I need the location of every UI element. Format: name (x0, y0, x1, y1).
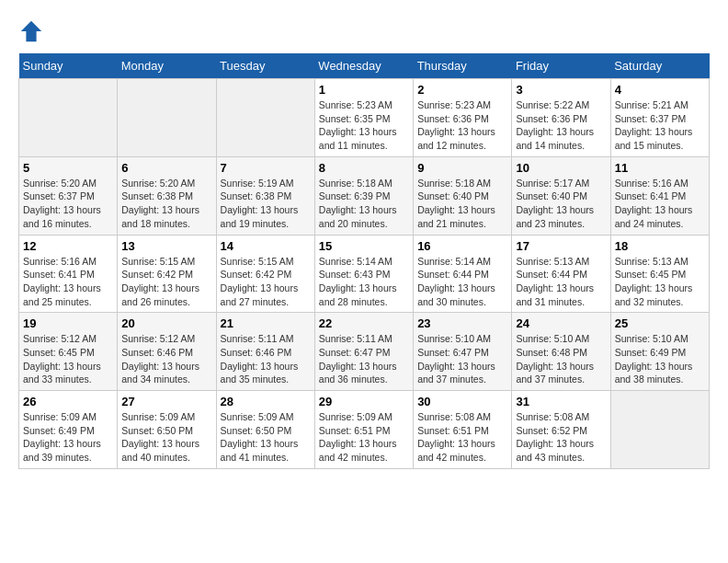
calendar-cell: 24Sunrise: 5:10 AM Sunset: 6:48 PM Dayli… (512, 313, 610, 391)
calendar-cell: 22Sunrise: 5:11 AM Sunset: 6:47 PM Dayli… (314, 313, 413, 391)
week-row-2: 12Sunrise: 5:16 AM Sunset: 6:41 PM Dayli… (19, 235, 710, 313)
day-number: 30 (417, 395, 507, 408)
calendar-cell: 25Sunrise: 5:10 AM Sunset: 6:49 PM Dayli… (610, 313, 709, 391)
day-number: 1 (319, 83, 409, 97)
week-row-1: 5Sunrise: 5:20 AM Sunset: 6:37 PM Daylig… (19, 156, 710, 235)
header-saturday: Saturday (610, 53, 709, 79)
calendar-cell: 12Sunrise: 5:16 AM Sunset: 6:41 PM Dayli… (19, 235, 118, 313)
day-info: Sunrise: 5:10 AM Sunset: 6:47 PM Dayligh… (417, 332, 507, 386)
day-info: Sunrise: 5:15 AM Sunset: 6:42 PM Dayligh… (121, 255, 211, 309)
calendar-cell: 15Sunrise: 5:14 AM Sunset: 6:43 PM Dayli… (314, 235, 413, 313)
day-number: 7 (221, 161, 311, 175)
calendar-cell: 17Sunrise: 5:13 AM Sunset: 6:44 PM Dayli… (512, 235, 610, 313)
day-number: 25 (615, 316, 705, 330)
day-info: Sunrise: 5:11 AM Sunset: 6:47 PM Dayligh… (319, 332, 409, 386)
calendar-cell: 20Sunrise: 5:12 AM Sunset: 6:46 PM Dayli… (118, 313, 216, 391)
day-info: Sunrise: 5:08 AM Sunset: 6:52 PM Dayligh… (516, 410, 606, 465)
day-number: 17 (516, 239, 606, 253)
logo-icon (18, 18, 44, 44)
calendar-cell: 11Sunrise: 5:16 AM Sunset: 6:41 PM Dayli… (610, 156, 709, 235)
day-info: Sunrise: 5:18 AM Sunset: 6:40 PM Dayligh… (417, 177, 507, 231)
day-info: Sunrise: 5:20 AM Sunset: 6:37 PM Dayligh… (23, 177, 113, 231)
day-info: Sunrise: 5:12 AM Sunset: 6:45 PM Dayligh… (23, 332, 113, 386)
calendar-cell (19, 79, 118, 157)
day-number: 5 (23, 161, 113, 175)
svg-marker-0 (21, 21, 41, 41)
calendar-cell: 14Sunrise: 5:15 AM Sunset: 6:42 PM Dayli… (216, 235, 314, 313)
day-info: Sunrise: 5:18 AM Sunset: 6:39 PM Dayligh… (319, 177, 409, 231)
day-info: Sunrise: 5:10 AM Sunset: 6:48 PM Dayligh… (516, 332, 606, 386)
day-info: Sunrise: 5:10 AM Sunset: 6:49 PM Dayligh… (615, 332, 705, 386)
calendar-cell: 31Sunrise: 5:08 AM Sunset: 6:52 PM Dayli… (512, 391, 610, 469)
day-number: 18 (615, 239, 705, 253)
calendar-cell: 4Sunrise: 5:21 AM Sunset: 6:37 PM Daylig… (610, 79, 709, 157)
day-number: 13 (121, 239, 211, 253)
header-wednesday: Wednesday (314, 53, 413, 79)
calendar-cell: 8Sunrise: 5:18 AM Sunset: 6:39 PM Daylig… (314, 156, 413, 235)
calendar-cell: 21Sunrise: 5:11 AM Sunset: 6:46 PM Dayli… (216, 313, 314, 391)
day-number: 9 (417, 161, 507, 175)
day-number: 28 (221, 395, 311, 408)
day-number: 15 (319, 239, 409, 253)
calendar-cell: 13Sunrise: 5:15 AM Sunset: 6:42 PM Dayli… (118, 235, 216, 313)
calendar-cell (216, 79, 314, 157)
header-sunday: Sunday (19, 53, 118, 79)
day-info: Sunrise: 5:16 AM Sunset: 6:41 PM Dayligh… (615, 177, 705, 231)
day-number: 27 (121, 395, 211, 408)
day-number: 19 (23, 316, 113, 330)
calendar-cell: 30Sunrise: 5:08 AM Sunset: 6:51 PM Dayli… (414, 391, 512, 469)
calendar-cell (610, 391, 709, 469)
day-info: Sunrise: 5:09 AM Sunset: 6:50 PM Dayligh… (121, 410, 211, 465)
week-row-3: 19Sunrise: 5:12 AM Sunset: 6:45 PM Dayli… (19, 313, 710, 391)
day-info: Sunrise: 5:16 AM Sunset: 6:41 PM Dayligh… (23, 255, 113, 309)
day-number: 6 (121, 161, 211, 175)
calendar-cell: 28Sunrise: 5:09 AM Sunset: 6:50 PM Dayli… (216, 391, 314, 469)
day-info: Sunrise: 5:21 AM Sunset: 6:37 PM Dayligh… (615, 98, 705, 153)
day-number: 29 (319, 395, 409, 408)
day-number: 3 (516, 83, 606, 97)
day-info: Sunrise: 5:15 AM Sunset: 6:42 PM Dayligh… (221, 255, 311, 309)
calendar-table: SundayMondayTuesdayWednesdayThursdayFrid… (18, 53, 710, 469)
day-info: Sunrise: 5:23 AM Sunset: 6:36 PM Dayligh… (417, 98, 507, 153)
day-info: Sunrise: 5:13 AM Sunset: 6:45 PM Dayligh… (615, 255, 705, 309)
header-tuesday: Tuesday (216, 53, 314, 79)
day-number: 10 (516, 161, 606, 175)
day-number: 26 (23, 395, 113, 408)
header-row: SundayMondayTuesdayWednesdayThursdayFrid… (19, 53, 710, 79)
calendar-cell: 1Sunrise: 5:23 AM Sunset: 6:35 PM Daylig… (314, 79, 413, 157)
calendar-cell: 29Sunrise: 5:09 AM Sunset: 6:51 PM Dayli… (314, 391, 413, 469)
day-number: 11 (615, 161, 705, 175)
day-number: 23 (417, 316, 507, 330)
day-number: 8 (319, 161, 409, 175)
day-info: Sunrise: 5:13 AM Sunset: 6:44 PM Dayligh… (516, 255, 606, 309)
header-monday: Monday (118, 53, 216, 79)
calendar-cell: 9Sunrise: 5:18 AM Sunset: 6:40 PM Daylig… (414, 156, 512, 235)
calendar-cell: 2Sunrise: 5:23 AM Sunset: 6:36 PM Daylig… (414, 79, 512, 157)
day-number: 4 (615, 83, 705, 97)
day-number: 2 (417, 83, 507, 97)
day-number: 12 (23, 239, 113, 253)
day-info: Sunrise: 5:23 AM Sunset: 6:35 PM Dayligh… (319, 98, 409, 153)
day-number: 31 (516, 395, 606, 408)
day-info: Sunrise: 5:09 AM Sunset: 6:51 PM Dayligh… (319, 410, 409, 465)
calendar-cell: 19Sunrise: 5:12 AM Sunset: 6:45 PM Dayli… (19, 313, 118, 391)
day-info: Sunrise: 5:09 AM Sunset: 6:50 PM Dayligh… (221, 410, 311, 465)
week-row-4: 26Sunrise: 5:09 AM Sunset: 6:49 PM Dayli… (19, 391, 710, 469)
calendar-cell: 23Sunrise: 5:10 AM Sunset: 6:47 PM Dayli… (414, 313, 512, 391)
calendar-cell: 27Sunrise: 5:09 AM Sunset: 6:50 PM Dayli… (118, 391, 216, 469)
day-info: Sunrise: 5:14 AM Sunset: 6:43 PM Dayligh… (319, 255, 409, 309)
day-number: 22 (319, 316, 409, 330)
day-info: Sunrise: 5:09 AM Sunset: 6:49 PM Dayligh… (23, 410, 113, 465)
day-number: 14 (221, 239, 311, 253)
day-number: 20 (121, 316, 211, 330)
calendar-cell: 5Sunrise: 5:20 AM Sunset: 6:37 PM Daylig… (19, 156, 118, 235)
day-number: 24 (516, 316, 606, 330)
logo (18, 18, 48, 44)
day-info: Sunrise: 5:22 AM Sunset: 6:36 PM Dayligh… (516, 98, 606, 153)
calendar-cell: 18Sunrise: 5:13 AM Sunset: 6:45 PM Dayli… (610, 235, 709, 313)
day-info: Sunrise: 5:11 AM Sunset: 6:46 PM Dayligh… (221, 332, 311, 386)
calendar-cell: 10Sunrise: 5:17 AM Sunset: 6:40 PM Dayli… (512, 156, 610, 235)
day-number: 21 (221, 316, 311, 330)
calendar-cell: 7Sunrise: 5:19 AM Sunset: 6:38 PM Daylig… (216, 156, 314, 235)
calendar-cell: 26Sunrise: 5:09 AM Sunset: 6:49 PM Dayli… (19, 391, 118, 469)
